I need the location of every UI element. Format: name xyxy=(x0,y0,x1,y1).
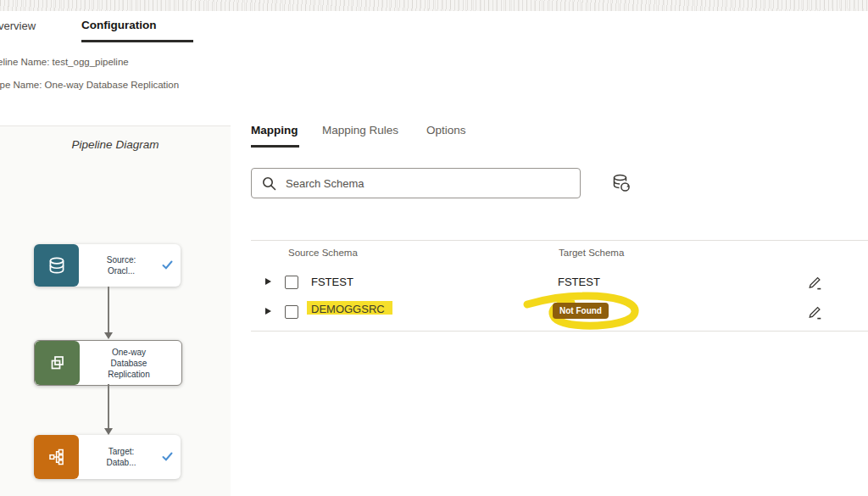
search-input[interactable] xyxy=(284,176,567,191)
table-top-border xyxy=(251,240,868,241)
pipeline-diagram-title: Pipeline Diagram xyxy=(0,138,231,151)
database-refresh-icon xyxy=(610,172,632,194)
node-label-line: Target: xyxy=(108,446,135,457)
source-schema-cell: DEMOGGSRC xyxy=(311,303,385,315)
diagram-node-target[interactable]: Target: Datab... xyxy=(34,435,181,479)
tab-mapping-rules[interactable]: Mapping Rules xyxy=(322,124,398,137)
column-header-source-schema: Source Schema xyxy=(288,248,358,258)
tab-configuration[interactable]: Configuration xyxy=(81,19,156,31)
search-icon xyxy=(262,176,276,191)
node-label-line: Replication xyxy=(108,369,149,380)
node-label-line: One-way xyxy=(112,347,146,358)
edit-mapping-button[interactable] xyxy=(805,275,824,293)
column-header-target-schema: Target Schema xyxy=(559,248,624,258)
check-icon xyxy=(162,449,173,465)
pipeline-name-label: eline Name: test_ogg_pipeline xyxy=(0,57,129,67)
tab-overview[interactable]: verview xyxy=(0,20,36,32)
node-label: One-way Database Replication xyxy=(81,341,181,385)
recipe-name-label: ipe Name: One-way Database Replication xyxy=(0,80,179,90)
row-expand-button[interactable] xyxy=(265,308,271,315)
tab-mapping[interactable]: Mapping xyxy=(251,124,298,137)
edit-mapping-button[interactable] xyxy=(805,304,824,323)
arrow-down-icon xyxy=(104,332,113,339)
diagram-node-source[interactable]: Source: Oracl... xyxy=(34,244,181,287)
node-label-line: Database xyxy=(111,358,147,369)
pencil-icon xyxy=(807,305,822,320)
database-icon xyxy=(34,244,79,287)
row-expand-button[interactable] xyxy=(265,278,271,285)
schema-search-box[interactable] xyxy=(251,168,581,198)
target-schema-cell: FSTEST xyxy=(558,276,600,288)
diagram-node-process[interactable]: One-way Database Replication xyxy=(34,340,182,386)
row-checkbox[interactable] xyxy=(285,276,298,289)
check-icon xyxy=(162,258,173,273)
connector-line xyxy=(108,384,109,428)
node-label-line: Oracl... xyxy=(108,265,135,276)
node-label-line: Source: xyxy=(107,254,136,265)
not-found-badge: Not Found xyxy=(553,303,609,319)
page: verview Configuration eline Name: test_o… xyxy=(0,0,868,496)
active-tab-underline xyxy=(251,145,299,148)
topology-icon xyxy=(34,435,79,479)
active-tab-underline xyxy=(81,40,193,42)
pencil-icon xyxy=(807,276,822,291)
decorative-header-band xyxy=(0,0,868,11)
arrow-down-icon xyxy=(104,428,113,435)
node-label-line: Datab... xyxy=(106,457,136,468)
source-schema-cell: FSTEST xyxy=(311,276,353,288)
row-checkbox[interactable] xyxy=(285,305,298,319)
tab-options[interactable]: Options xyxy=(426,124,466,137)
connector-line xyxy=(108,287,109,332)
copy-icon xyxy=(35,341,80,385)
database-refresh-button[interactable] xyxy=(609,171,634,197)
